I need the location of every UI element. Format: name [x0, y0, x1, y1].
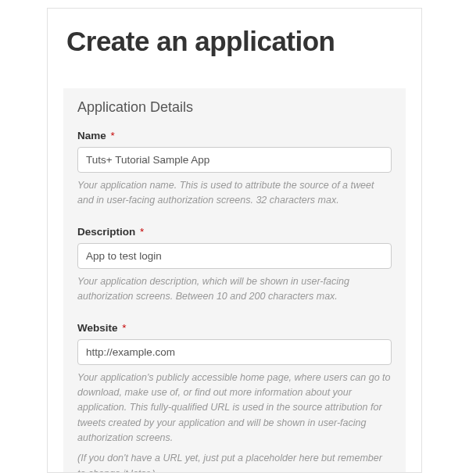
required-asterisk: * — [111, 130, 115, 141]
website-help-note: (If you don't have a URL yet, just put a… — [77, 451, 392, 473]
name-label: Name * — [77, 130, 392, 141]
page-title: Create an application — [48, 9, 421, 65]
website-help: Your application's publicly accessible h… — [77, 370, 392, 446]
website-label-text: Website — [77, 322, 118, 334]
description-label-text: Description — [77, 226, 135, 238]
description-label: Description * — [77, 226, 392, 238]
website-field: Website * Your application's publicly ac… — [77, 322, 392, 474]
application-form-card: Create an application Application Detail… — [47, 8, 422, 473]
name-input[interactable] — [77, 147, 392, 173]
application-details-panel: Application Details Name * Your applicat… — [63, 88, 406, 473]
name-field: Name * Your application name. This is us… — [77, 130, 392, 209]
description-field: Description * Your application descripti… — [77, 226, 392, 305]
name-label-text: Name — [77, 130, 106, 141]
name-help: Your application name. This is used to a… — [77, 178, 392, 209]
required-asterisk: * — [122, 322, 126, 334]
section-title: Application Details — [77, 99, 392, 116]
description-help: Your application description, which will… — [77, 274, 392, 305]
website-label: Website * — [77, 322, 392, 334]
website-input[interactable] — [77, 339, 392, 365]
description-input[interactable] — [77, 243, 392, 269]
required-asterisk: * — [140, 226, 144, 238]
